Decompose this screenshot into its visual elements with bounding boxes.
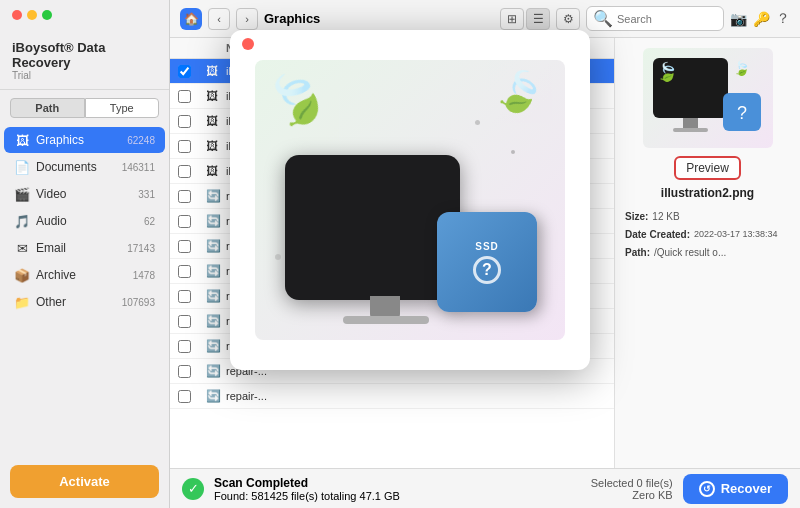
table-row[interactable]: 🔄 repair-... [170,384,614,409]
imac-base [343,316,429,324]
info-size-row: Size: 12 KB [625,208,790,226]
svg-rect-2 [673,128,708,132]
preview-thumbnail: ? 🍃 🍃 [643,48,773,148]
tab-row: Path Type [10,98,159,118]
leaf-left: 🍃 [255,60,337,140]
info-date-row: Date Created: 2022-03-17 13:38:34 [625,226,790,244]
svg-text:🍃: 🍃 [656,61,679,83]
sidebar-item-video[interactable]: 🎬 Video 331 [4,181,165,207]
thumbnail-illustration: ? 🍃 🍃 [648,53,768,143]
recover-label: Recover [721,481,772,496]
sidebar-item-count: 146311 [122,162,155,173]
svg-text:?: ? [736,103,746,123]
tab-type[interactable]: Type [85,98,160,118]
leaf-right: 🍃 [488,61,551,122]
selected-size: Zero KB [591,489,673,501]
path-label: Path: [625,244,650,262]
recover-button[interactable]: ↺ Recover [683,474,788,504]
sparkle-dot [475,120,480,125]
app-header: iBoysoft® Data Recovery Trial [0,24,169,90]
ssd-label: SSD [475,241,499,252]
graphics-icon: 🖼 [14,132,30,148]
sidebar-item-label: Archive [36,268,133,282]
info-path-row: Path: /Quick result o... [625,244,790,262]
camera-button[interactable]: 📷 [730,11,747,27]
info-button[interactable]: 🔑 [753,11,770,27]
sidebar-items: 🖼 Graphics 62248 📄 Documents 146311 🎬 Vi… [0,126,169,455]
other-icon: 📁 [14,294,30,310]
sidebar-item-other[interactable]: 📁 Other 107693 [4,289,165,315]
toolbar-title: Graphics [264,11,494,26]
help-button[interactable]: ？ [776,10,790,28]
path-value: /Quick result o... [654,244,726,262]
search-box: 🔍 [586,6,724,31]
header-checkbox [178,42,206,54]
filter-button[interactable]: ⚙ [556,8,580,30]
sidebar-item-label: Other [36,295,122,309]
sidebar-item-count: 62 [144,216,155,227]
sidebar-item-archive[interactable]: 📦 Archive 1478 [4,262,165,288]
date-label: Date Created: [625,226,690,244]
sidebar-item-email[interactable]: ✉ Email 17143 [4,235,165,261]
main-content: 🏠 ‹ › Graphics ⊞ ☰ ⚙ 🔍 📷 🔑 ？ Name Size D… [170,0,800,508]
sidebar-item-graphics[interactable]: 🖼 Graphics 62248 [4,127,165,153]
imac-stand [370,296,400,318]
grid-view-button[interactable]: ⊞ [500,8,524,30]
email-icon: ✉ [14,240,30,256]
archive-icon: 📦 [14,267,30,283]
scan-detail: Found: 581425 file(s) totaling 47.1 GB [214,490,400,502]
sparkle-dot [511,150,515,154]
sidebar-item-label: Email [36,241,127,255]
overlay-close-button[interactable] [242,38,254,50]
video-icon: 🎬 [14,186,30,202]
detail-filename: illustration2.png [661,186,754,200]
minimize-button[interactable] [27,10,37,20]
sidebar-item-count: 331 [138,189,155,200]
audio-icon: 🎵 [14,213,30,229]
close-button[interactable] [12,10,22,20]
documents-icon: 📄 [14,159,30,175]
sidebar-item-label: Video [36,187,138,201]
list-view-button[interactable]: ☰ [526,8,550,30]
sidebar-item-count: 62248 [127,135,155,146]
row-checkbox[interactable] [178,65,206,78]
scan-title: Scan Completed [214,476,400,490]
search-input[interactable] [617,13,717,25]
svg-rect-1 [683,118,698,128]
sidebar-item-label: Documents [36,160,122,174]
header-icon [206,42,226,54]
forward-button[interactable]: › [236,8,258,30]
activate-button[interactable]: Activate [10,465,159,498]
maximize-button[interactable] [42,10,52,20]
tab-path[interactable]: Path [10,98,85,118]
selected-info: Selected 0 file(s) Zero KB [591,477,673,501]
app-title: iBoysoft® Data Recovery [12,40,157,70]
detail-panel: ? 🍃 🍃 Preview illustration2.png Size: 12… [615,38,800,468]
date-value: 2022-03-17 13:38:34 [694,226,778,244]
view-toggle: ⊞ ☰ [500,8,550,30]
imac-body [285,155,460,300]
size-value: 12 KB [652,208,679,226]
preview-button[interactable]: Preview [674,156,741,180]
scan-done-icon: ✓ [182,478,204,500]
detail-info: Size: 12 KB Date Created: 2022-03-17 13:… [625,208,790,262]
selected-files: Selected 0 file(s) [591,477,673,489]
preview-overlay: 🍃 🍃 SSD ? [230,30,590,370]
ssd-question: ? [473,256,501,284]
sidebar-item-documents[interactable]: 📄 Documents 146311 [4,154,165,180]
sidebar-item-count: 17143 [127,243,155,254]
sidebar-item-audio[interactable]: 🎵 Audio 62 [4,208,165,234]
window-controls [0,0,169,24]
sidebar-item-label: Audio [36,214,144,228]
sidebar-item-count: 107693 [122,297,155,308]
home-icon[interactable]: 🏠 [180,8,202,30]
back-button[interactable]: ‹ [208,8,230,30]
sidebar-item-label: Graphics [36,133,127,147]
sidebar: iBoysoft® Data Recovery Trial Path Type … [0,0,170,508]
status-bar: ✓ Scan Completed Found: 581425 file(s) t… [170,468,800,508]
search-icon: 🔍 [593,9,613,28]
file-type-icon: 🖼 [206,64,226,78]
size-label: Size: [625,208,648,226]
scan-text: Scan Completed Found: 581425 file(s) tot… [214,476,400,502]
sidebar-item-count: 1478 [133,270,155,281]
